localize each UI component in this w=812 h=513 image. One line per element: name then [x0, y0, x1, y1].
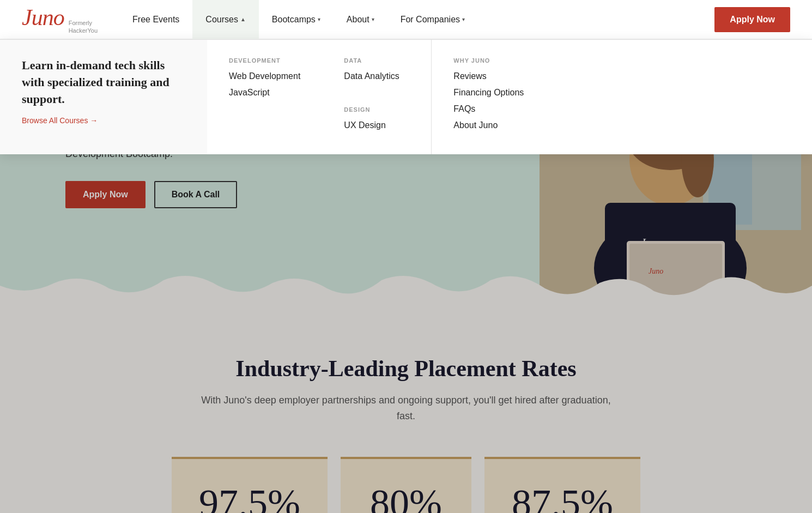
dropdown-data: DATA Data Analytics DESIGN UX Design [322, 40, 431, 154]
about-chevron-icon: ▾ [372, 16, 374, 22]
dropdown-about-juno[interactable]: About Juno [453, 120, 552, 130]
courses-chevron-icon: ▲ [240, 16, 246, 22]
dropdown-data-analytics[interactable]: Data Analytics [344, 71, 409, 81]
nav-bootcamps[interactable]: Bootcamps ▾ [259, 0, 334, 39]
dropdown-faqs[interactable]: FAQs [453, 104, 552, 114]
companies-chevron-icon: ▾ [462, 16, 465, 22]
nav-courses[interactable]: Courses ▲ [192, 0, 258, 39]
development-label: DEVELOPMENT [229, 57, 300, 64]
nav-free-events[interactable]: Free Events [119, 0, 192, 39]
logo-subtitle: Formerly HackerYou [69, 20, 98, 34]
nav-about[interactable]: About ▾ [334, 0, 387, 39]
dropdown-javascript[interactable]: JavaScript [229, 88, 300, 98]
browse-all-courses-link[interactable]: Browse All Courses → [22, 116, 185, 125]
logo-name: Juno [22, 4, 64, 31]
dropdown-why-juno: WHY JUNO Reviews Financing Options FAQs … [432, 40, 573, 154]
dropdown-development: DEVELOPMENT Web Development JavaScript [207, 40, 322, 154]
navbar: Juno Formerly HackerYou Free Events Cour… [0, 0, 812, 39]
dropdown-ux-design[interactable]: UX Design [344, 120, 409, 130]
why-juno-label: WHY JUNO [453, 57, 552, 64]
dropdown-intro-text: Learn in-demand tech skills with special… [22, 57, 185, 107]
courses-dropdown: Learn in-demand tech skills with special… [0, 39, 812, 154]
nav-apply-button[interactable]: Apply Now [714, 7, 790, 32]
dropdown-web-dev[interactable]: Web Development [229, 71, 300, 81]
nav-for-companies[interactable]: For Companies ▾ [387, 0, 478, 39]
nav-items: Free Events Courses ▲ Bootcamps ▾ About … [119, 0, 714, 39]
dropdown-reviews[interactable]: Reviews [453, 71, 552, 81]
dropdown-financing[interactable]: Financing Options [453, 88, 552, 98]
design-label: DESIGN [344, 106, 409, 113]
dropdown-intro: Learn in-demand tech skills with special… [0, 40, 207, 154]
brand-logo[interactable]: Juno Formerly HackerYou [22, 4, 98, 34]
bootcamps-chevron-icon: ▾ [318, 16, 320, 22]
data-label: DATA [344, 57, 409, 64]
